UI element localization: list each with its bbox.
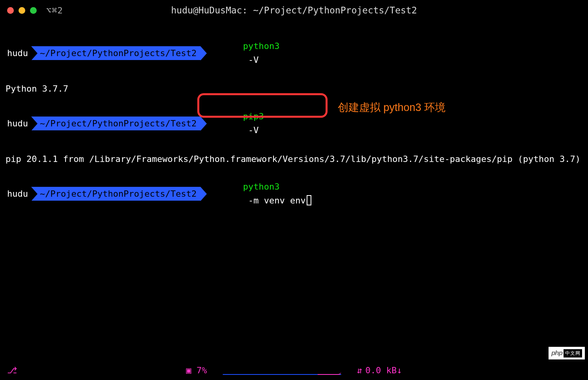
command: pip3 -V <box>200 96 264 151</box>
titlebar: ⌥⌘2 hudu@HuDusMac: ~/Project/PythonProje… <box>0 0 588 21</box>
tab-shortcut: ⌥⌘2 <box>46 6 63 15</box>
output-line: Python 3.7.7 <box>6 82 582 96</box>
command-binary: python3 <box>243 41 280 51</box>
window-title: hudu@HuDusMac: ~/Project/PythonProjects/… <box>0 5 588 15</box>
prompt-path: ~/Project/PythonProjects/Test2 <box>31 46 200 60</box>
command: python3 -m venv env <box>200 166 311 222</box>
net-icon: ⇵ <box>357 365 362 375</box>
prompt-path: ~/Project/PythonProjects/Test2 <box>31 187 200 201</box>
command-args-text: -m venv env <box>248 196 306 205</box>
command-args <box>243 125 248 135</box>
command-args-text: -V <box>248 125 259 135</box>
net-widget: ⇵ 0.0 kB↓ <box>357 365 402 375</box>
net-value: 0.0 kB↓ <box>365 365 402 375</box>
prompt-line: hudu ~/Project/PythonProjects/Test2 pyth… <box>6 25 582 81</box>
statusbar: ⎇ ▣ 7% ⇵ 0.0 kB↓ <box>0 360 588 380</box>
command: python3 -V <box>200 25 279 81</box>
prompt-line-current: hudu ~/Project/PythonProjects/Test2 pyth… <box>6 166 582 222</box>
cpu-icon: ▣ <box>186 365 191 375</box>
cpu-widget: ▣ 7% <box>186 365 207 375</box>
command-args <box>243 55 248 65</box>
watermark: php 中文网 <box>549 347 585 359</box>
watermark-brand: php <box>551 349 562 357</box>
close-window-button[interactable] <box>7 7 14 14</box>
command-binary: pip3 <box>243 111 264 121</box>
prompt-user: hudu <box>6 46 31 60</box>
statusbar-center: ▣ 7% ⇵ 0.0 kB↓ <box>186 365 402 375</box>
statusbar-left: ⎇ <box>7 365 17 375</box>
prompt-user: hudu <box>6 187 31 201</box>
cpu-value: 7% <box>197 365 207 375</box>
prompt-user: hudu <box>6 117 31 130</box>
output-line: pip 20.1.1 from /Library/Frameworks/Pyth… <box>6 152 582 166</box>
terminal-content[interactable]: hudu ~/Project/PythonProjects/Test2 pyth… <box>0 21 588 222</box>
annotation-text: 创建虚拟 python3 环境 <box>338 100 446 115</box>
command-binary: python3 <box>243 182 280 192</box>
command-args-text: -V <box>248 55 259 65</box>
prompt-line: hudu ~/Project/PythonProjects/Test2 pip3… <box>6 96 582 151</box>
cpu-sparkline <box>223 365 341 375</box>
prompt-path: ~/Project/PythonProjects/Test2 <box>31 117 200 130</box>
command-args <box>243 196 248 205</box>
traffic-lights <box>7 7 37 14</box>
minimize-window-button[interactable] <box>19 7 25 14</box>
cursor <box>307 195 311 205</box>
watermark-cn: 中文网 <box>564 349 582 357</box>
git-branch-icon: ⎇ <box>7 365 17 375</box>
zoom-window-button[interactable] <box>30 7 37 14</box>
